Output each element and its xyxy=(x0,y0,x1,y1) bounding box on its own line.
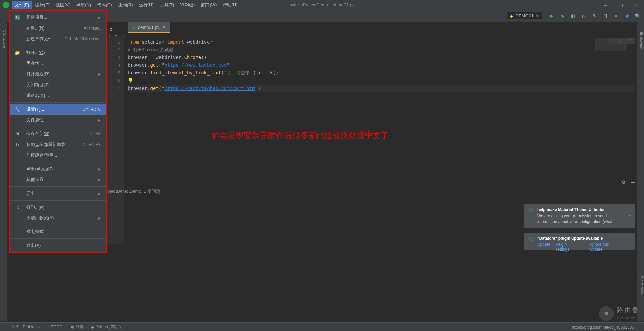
minimize-button[interactable]: ─ xyxy=(598,0,613,10)
menu-view[interactable]: 视图(V) xyxy=(53,1,73,9)
menu-code[interactable]: 代码(C) xyxy=(94,1,114,9)
terminal-tab[interactable]: ▣ 终端 xyxy=(70,324,84,330)
coverage-button[interactable]: ◧ xyxy=(570,13,576,19)
python-console-tab[interactable]: ◆ Python 控制台 xyxy=(91,324,122,330)
app-icon xyxy=(3,2,9,8)
bottom-tool-settings: ⚙ — xyxy=(622,180,635,185)
menu-item-label: 打开最近(R) xyxy=(26,71,96,77)
concurrent-button[interactable]: ↻ xyxy=(592,13,598,19)
todo-tab[interactable]: ≡ TODO xyxy=(47,325,62,329)
menu-edit[interactable]: 编辑(E) xyxy=(33,1,52,9)
menu-refactor[interactable]: 重构(R) xyxy=(116,1,136,9)
menu-item-15[interactable]: 导出▶ xyxy=(10,188,106,199)
menu-item-label: 其他设置 xyxy=(26,177,96,183)
plugin-settings-link[interactable]: Plugin settings... xyxy=(556,242,585,252)
python-file-icon: ◆ xyxy=(132,25,135,30)
notification-datalore[interactable]: ⓘ "Datalore" plugin update available Upd… xyxy=(524,233,635,250)
menu-navigate[interactable]: 导航(N) xyxy=(74,1,94,9)
debug-button[interactable]: ⬗ xyxy=(559,13,565,19)
close-button[interactable]: ✕ xyxy=(629,0,644,10)
profile-button[interactable]: ▷ xyxy=(581,13,587,19)
gear-icon[interactable]: ⚙ xyxy=(109,27,113,32)
menu-item-11[interactable]: ↻从磁盘全部重新加载Ctrl+Alt+Y xyxy=(10,139,106,150)
menu-item-label: 关闭项目(J) xyxy=(26,82,101,88)
menu-vcs[interactable]: VCS(S) xyxy=(177,1,197,9)
stop-button[interactable]: ■ xyxy=(613,13,619,19)
bottom-bar: ⓘ 66: Problems: Problems ≡ TODO ▣ 终端 ◆ P… xyxy=(0,322,644,331)
menu-item-0[interactable]: Py新建项目...▶ xyxy=(10,12,106,23)
run-config-selector[interactable]: ◆ DEMO01 ▾ xyxy=(507,12,542,19)
search-button[interactable]: 🔍 xyxy=(635,13,641,19)
folder-icon: 📁 xyxy=(15,50,20,55)
menu-item-3[interactable]: 📁打开...(O) xyxy=(10,47,106,58)
menu-item-16[interactable]: 🖨打印...(P) xyxy=(10,202,106,213)
submenu-arrow-icon: ▶ xyxy=(98,16,101,19)
notification-material-theme[interactable]: ⓘ help make Material Theme UI better We … xyxy=(524,204,635,228)
menu-item-8[interactable]: 🔧设置(T)...Ctrl+Alt+S xyxy=(10,104,106,115)
menu-shortcut: Ctrl+Alt+Shift+Insert xyxy=(64,37,101,41)
print-icon: 🖨 xyxy=(15,205,20,210)
window-title: pythonProjectDemo – demo01.py xyxy=(290,2,355,7)
structure-tab[interactable]: 7: Structure xyxy=(3,29,7,321)
menu-item-4[interactable]: 另存为... xyxy=(10,58,106,69)
minimap[interactable] xyxy=(595,38,627,51)
menu-item-10[interactable]: 🖫保存全部(S)Ctrl+S xyxy=(10,128,106,139)
menu-item-label: 新建项目... xyxy=(26,14,96,20)
menu-item-label: 导出 xyxy=(26,190,96,197)
attach-button[interactable]: ⇶ xyxy=(602,13,608,19)
menu-file[interactable]: 文件(F) xyxy=(12,1,32,9)
menu-separator xyxy=(10,162,106,162)
submenu-arrow-icon: ▶ xyxy=(98,118,101,122)
info-icon: ⓘ xyxy=(528,208,533,213)
menu-item-2[interactable]: 新建草稿文件Ctrl+Alt+Shift+Insert xyxy=(10,34,106,44)
py-icon: Py xyxy=(15,15,20,20)
ignore-link[interactable]: Ignore this update xyxy=(590,242,622,252)
maximize-button[interactable]: ▢ xyxy=(613,0,629,10)
bulb-icon[interactable]: 💡 xyxy=(128,78,133,83)
chevron-down-icon[interactable]: ˅ xyxy=(629,39,631,43)
menu-item-12[interactable]: 作废缓存/重启... xyxy=(10,150,106,161)
minimize-icon[interactable]: — xyxy=(631,180,635,185)
python-icon: ◆ xyxy=(510,14,513,18)
menu-item-label: 另存为... xyxy=(26,60,101,66)
menu-tools[interactable]: 工具(T) xyxy=(157,1,177,9)
save-icon: 🖫 xyxy=(15,131,20,136)
expand-icon[interactable]: ⌄ xyxy=(628,212,631,217)
tab-close-icon[interactable]: ✕ xyxy=(162,25,165,30)
update-link[interactable]: Update xyxy=(537,242,550,252)
menu-item-1[interactable]: 新建...(N)Alt+Insert xyxy=(10,23,106,34)
menu-item-19[interactable]: 退出(X) xyxy=(10,240,106,251)
submenu-arrow-icon: ▶ xyxy=(98,216,101,220)
notif-title: help make Material Theme UI better xyxy=(537,207,622,212)
menu-item-label: 作废缓存/重启... xyxy=(26,152,101,158)
menu-item-9[interactable]: 文件属性▶ xyxy=(10,115,106,125)
menu-help[interactable]: 帮助(H) xyxy=(220,1,240,9)
menu-item-7[interactable]: 重命名项目... xyxy=(10,90,106,101)
tab-demo01[interactable]: ◆ demo01.py ✕ xyxy=(128,22,170,33)
menu-item-13[interactable]: 导出/导入操作▶ xyxy=(10,164,106,174)
tab-filename: demo01.py xyxy=(138,25,159,30)
codewith-button[interactable]: ◉ xyxy=(624,13,630,19)
menu-separator xyxy=(10,102,106,103)
menu-item-5[interactable]: 打开最近(R)▶ xyxy=(10,69,106,79)
gutter: 1234567 xyxy=(107,36,124,244)
run-button[interactable]: ▶ xyxy=(549,13,555,19)
menu-item-14[interactable]: 其他设置▶ xyxy=(10,174,106,185)
gear-icon[interactable]: ⚙ xyxy=(622,180,626,185)
menu-run[interactable]: 运行(U) xyxy=(136,1,156,9)
watermark: ☻ 路由器 luyouqi.com xyxy=(599,306,639,321)
menu-item-17[interactable]: 添加到收藏(A)▶ xyxy=(10,213,106,223)
sciview-tab[interactable]: SciView xyxy=(640,37,644,50)
minimize-icon[interactable]: — xyxy=(117,27,122,32)
menu-bar: 文件(F) 编辑(E) 视图(V) 导航(N) 代码(C) 重构(R) 运行(U… xyxy=(12,1,240,9)
run-config-label: DEMO01 xyxy=(516,13,534,18)
left-tool-rail: 7: Structure 2: Favorites xyxy=(0,22,7,321)
wordbook-tab[interactable]: Word Book xyxy=(640,276,644,294)
submenu-arrow-icon: ▶ xyxy=(98,167,101,171)
menu-window[interactable]: 窗口(W) xyxy=(198,1,219,9)
menu-item-6[interactable]: 关闭项目(J) xyxy=(10,79,106,90)
menu-item-label: 新建草稿文件 xyxy=(26,36,64,42)
annotation-text: 你会发现安装完插件后很多都已经被汉化成中文了 xyxy=(212,130,389,141)
menu-item-18[interactable]: 省电模式 xyxy=(10,226,106,237)
problems-tab[interactable]: ⓘ 66: Problems: Problems xyxy=(11,324,40,330)
